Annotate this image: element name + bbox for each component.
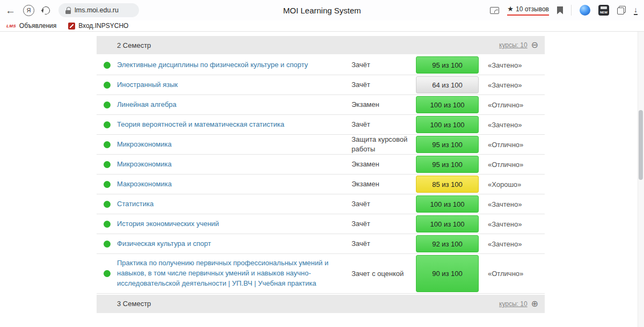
course-link[interactable]: Линейная алгебра [117,96,352,114]
yandex-logo-icon[interactable]: Я [23,5,34,16]
status-dot [104,101,111,108]
address-bar[interactable]: lms.moi.edu.ru [58,3,139,17]
grade-label: «Зачтено» [480,121,545,129]
score-cell: 90 из 100 [414,254,480,293]
bookmarks-bar: LMS Объявления Вход.INPSYCHO [0,20,644,32]
browser-toolbar: ← Я lms.moi.edu.ru MOI Learning System ★… [0,0,644,20]
assessment-type: Защита курсовой работы [352,135,414,154]
course-link[interactable]: Физическая культура и спорт [117,235,352,253]
page-body: 2 Семестр курсы: 10 ⊖ Элективные дисципл… [0,32,644,313]
grade-label: «Отлично» [480,141,545,149]
semester-header-2: 2 Семестр курсы: 10 ⊖ [97,36,545,54]
course-link[interactable]: История экономических учений [117,215,352,234]
score-badge: 100 из 100 [416,116,479,133]
new-tab-widget-icon[interactable]: NEW [598,5,609,16]
scrollbar-thumb[interactable] [639,110,643,180]
grade-label: «Зачтено» [480,220,545,228]
status-dot [104,141,111,148]
url-text[interactable]: lms.moi.edu.ru [75,6,119,14]
assessment-type: Зачёт [352,219,414,229]
assessment-type: Зачёт [352,120,414,129]
lock-icon[interactable] [65,7,71,14]
course-row: Элективные дисциплины по физической куль… [97,55,545,75]
assessment-type: Зачет с оценкой [352,269,414,279]
score-cell: 100 из 100 [414,214,480,234]
grade-label: «Хорошо» [480,180,545,188]
browser-profile-icon[interactable] [580,5,590,16]
courses-count-link[interactable]: курсы: 10 [499,41,528,49]
score-cell: 64 из 100 [414,75,480,95]
course-row: Физическая культура и спорт Зачёт 92 из … [97,234,545,254]
score-cell: 85 из 100 [414,175,480,194]
site-reviews-button[interactable]: ★ 10 отзывов [507,5,549,16]
grade-label: «Отлично» [480,270,545,278]
score-badge: 90 из 100 [416,255,479,292]
gradebook: 2 Семестр курсы: 10 ⊖ Элективные дисципл… [97,36,545,313]
grade-label: «Зачтено» [480,240,545,248]
score-cell: 100 из 100 [414,115,480,134]
course-row: Статистика Зачёт 100 из 100 «Зачтено» [97,194,545,214]
bookmark-label: Вход.INPSYCHO [78,22,128,30]
assessment-type: Зачёт [352,80,414,90]
status-dot [104,201,111,208]
bookmark-item-announcements[interactable]: LMS Объявления [6,22,56,30]
reload-icon[interactable] [40,5,51,16]
scrollbar-track[interactable] [638,32,644,327]
course-row: Макроэкономика Экзамен 85 из 100 «Хорошо… [97,175,545,194]
status-dot [104,62,111,69]
course-row: Теория вероятностей и математическая ста… [97,115,545,135]
assessment-type: Экзамен [352,179,414,189]
course-link[interactable]: Практика по получению первичных професси… [117,254,352,293]
assessment-type: Зачёт [352,239,414,249]
status-dot [104,241,111,248]
grade-label: «Зачтено» [480,81,545,89]
score-cell: 92 из 100 [414,234,480,253]
cast-icon[interactable] [490,7,499,14]
downloads-icon[interactable]: ↓ [634,6,638,15]
assessment-type: Экзамен [352,100,414,110]
score-cell: 95 из 100 [414,135,480,154]
course-link[interactable]: Микроэкономика [117,155,352,174]
course-link[interactable]: Теория вероятностей и математическая ста… [117,115,352,134]
score-badge: 100 из 100 [416,215,479,232]
score-cell: 100 из 100 [414,194,480,214]
status-dot [104,270,111,277]
grade-label: «Зачтено» [480,61,545,69]
score-badge: 95 из 100 [416,156,479,173]
course-link[interactable]: Макроэкономика [117,175,352,194]
status-dot [104,221,111,228]
course-link[interactable]: Элективные дисциплины по физической куль… [117,56,352,75]
bookmark-label: Объявления [19,22,56,30]
toolbar-divider [571,5,572,16]
course-row: Микроэкономика Защита курсовой работы 95… [97,135,545,155]
lms-favicon: LMS [6,24,16,28]
bookmark-item-inpsycho[interactable]: Вход.INPSYCHO [68,22,128,30]
score-badge: 95 из 100 [416,56,479,74]
bookmark-icon[interactable] [557,6,563,14]
score-badge: 64 из 100 [416,76,479,93]
score-cell: 95 из 100 [414,155,480,174]
score-badge: 100 из 100 [416,96,479,113]
semester-title: 3 Семестр [117,300,151,308]
course-row: Линейная алгебра Экзамен 100 из 100 «Отл… [97,95,545,115]
course-link[interactable]: Статистика [117,195,352,214]
status-dot [104,82,111,89]
score-badge: 100 из 100 [416,195,479,213]
back-icon[interactable]: ← [5,5,16,16]
courses-count-link[interactable]: курсы: 10 [499,300,528,308]
reviews-count: 10 отзывов [516,5,549,13]
course-link[interactable]: Иностранный язык [117,76,352,95]
semester-title: 2 Семестр [117,41,151,49]
grade-label: «Отлично» [480,101,545,109]
course-row: Практика по получению первичных професси… [97,254,545,294]
grade-label: «Зачтено» [480,200,545,208]
score-cell: 95 из 100 [414,55,480,75]
course-link[interactable]: Микроэкономика [117,135,352,154]
collections-icon[interactable] [617,6,626,14]
course-row: История экономических учений Зачёт 100 и… [97,214,545,234]
score-cell: 100 из 100 [414,95,480,114]
grade-label: «Отлично» [480,161,545,169]
collapse-icon[interactable]: ⊖ [531,41,538,49]
score-badge: 85 из 100 [416,176,479,193]
expand-icon[interactable]: ⊕ [531,300,538,308]
